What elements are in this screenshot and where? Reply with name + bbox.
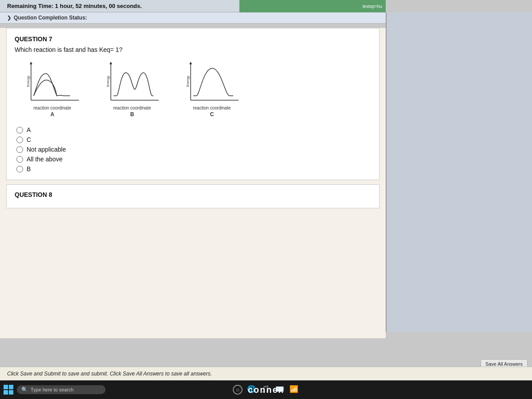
radio-b[interactable] xyxy=(16,166,23,172)
option-a[interactable]: A xyxy=(16,126,371,133)
diagram-b-chart: Energy xyxy=(101,60,163,105)
diagrams-row: Energy reaction coordinate A xyxy=(15,60,371,117)
option-b[interactable]: B xyxy=(16,165,371,172)
svg-marker-1 xyxy=(30,62,32,64)
question8-block: QUESTION 8 xyxy=(6,184,379,208)
chevron-icon: ❯ xyxy=(7,15,11,21)
remaining-time-label: Remaining Time: 1 hour, 52 minutes, 00 s… xyxy=(7,3,142,9)
option-c[interactable]: C xyxy=(16,136,371,143)
footer-text: Click Save and Submit to save and submit… xyxy=(7,371,212,377)
option-b-label: B xyxy=(27,165,31,172)
svg-text:Energy: Energy xyxy=(186,76,190,87)
radio-a[interactable] xyxy=(16,127,23,133)
diagram-a: Energy reaction coordinate A xyxy=(15,60,90,117)
option-all-label: All the above xyxy=(27,156,63,163)
option-not-applicable[interactable]: Not applicable xyxy=(16,146,371,153)
diagram-c-chart: Energy xyxy=(181,60,243,105)
option-a-label: A xyxy=(27,126,31,133)
diagram-b-letter: B xyxy=(130,111,134,117)
diagram-a-chart: Energy xyxy=(21,60,83,105)
right-panel xyxy=(386,12,532,332)
diagram-c-letter: C xyxy=(210,111,214,117)
diagram-a-label: reaction coordinate xyxy=(33,106,71,110)
radio-all[interactable] xyxy=(16,156,23,163)
diagram-c-label: reaction coordinate xyxy=(193,106,231,110)
option-all-above[interactable]: All the above xyxy=(16,156,371,163)
diagram-b-label: reaction coordinate xyxy=(113,106,151,110)
question7-number: QUESTION 7 xyxy=(15,35,371,43)
svg-text:Energy: Energy xyxy=(26,76,30,87)
diagram-b: Energy reaction coordinate B xyxy=(94,60,170,117)
option-na-label: Not applicable xyxy=(27,146,66,153)
svg-text:Energy: Energy xyxy=(106,76,110,87)
svg-marker-5 xyxy=(110,62,112,64)
answer-options: A C Not applicable All the above B xyxy=(16,126,371,172)
radio-na[interactable] xyxy=(16,146,23,153)
radio-c[interactable] xyxy=(16,137,23,143)
taskbar: 🔍 Type here to search ⊙ 🌐 🎵 ✉️ 📶 connex xyxy=(0,380,532,399)
top-right-text: testep=hu xyxy=(363,4,382,9)
main-content: QUESTION 7 Which reaction is fast and ha… xyxy=(0,28,386,338)
footer-bar: Click Save and Submit to save and submit… xyxy=(0,367,532,380)
question7-text: Which reaction is fast and has Keq= 1? xyxy=(15,46,371,53)
status-label: Question Completion Status: xyxy=(14,15,87,21)
diagram-c: Energy reaction coordinate C xyxy=(174,60,250,117)
question7-block: QUESTION 7 Which reaction is fast and ha… xyxy=(6,28,379,180)
option-c-label: C xyxy=(27,136,31,143)
diagram-a-letter: A xyxy=(51,111,55,117)
connex-label: connex xyxy=(248,385,284,395)
question-completion-status-bar: ❯ Question Completion Status: xyxy=(0,12,386,23)
question8-number: QUESTION 8 xyxy=(15,191,371,198)
svg-marker-9 xyxy=(189,62,192,64)
top-right-bar: testep=hu xyxy=(239,0,386,12)
